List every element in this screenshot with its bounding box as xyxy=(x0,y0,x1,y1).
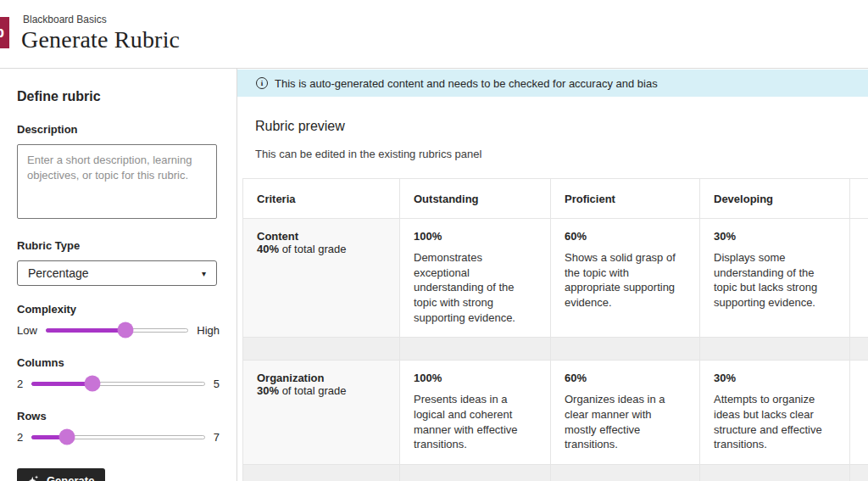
rows-label: Rows xyxy=(17,410,220,422)
level-description: Displays some understanding of the topic… xyxy=(714,250,836,310)
level-cell: 60% Shows a solid grasp of the topic wit… xyxy=(551,219,700,338)
level-description: Presents ideas in a logical and coherent… xyxy=(414,392,537,452)
level-cell xyxy=(850,361,868,465)
level-percent: 30% xyxy=(714,372,836,384)
rows-slider-thumb[interactable] xyxy=(58,429,75,445)
page-title: Generate Rubric xyxy=(21,26,180,53)
columns-label: Columns xyxy=(17,356,220,369)
column-header-extra xyxy=(850,179,868,219)
rubric-type-selected-value: Percentage xyxy=(28,266,89,280)
criterion-cell: Organization 30% of total grade xyxy=(243,361,400,465)
level-percent: 100% xyxy=(414,372,537,384)
level-description: Attempts to organize ideas but lacks cle… xyxy=(714,392,836,452)
chevron-down-icon: ▾ xyxy=(202,269,206,278)
define-rubric-panel: Define rubric Description Rubric Type Pe… xyxy=(0,69,237,481)
banner-text: This is auto-generated content and needs… xyxy=(275,77,658,90)
rubric-preview-panel: i This is auto-generated content and nee… xyxy=(237,69,868,481)
spacer-row xyxy=(243,465,868,481)
column-header-developing: Developing xyxy=(700,179,850,219)
criterion-weight-value: 40% xyxy=(257,243,279,255)
level-description: Shows a solid grasp of the topic with ap… xyxy=(565,250,686,310)
columns-slider-thumb[interactable] xyxy=(85,376,101,392)
blackboard-logo-icon: b xyxy=(0,17,9,48)
preview-title: Rubric preview xyxy=(255,119,868,134)
complexity-min-label: Low xyxy=(17,324,37,337)
criterion-weight: 40% of total grade xyxy=(257,243,386,255)
criterion-name: Organization xyxy=(257,372,386,384)
level-cell: 30% Attempts to organize ideas but lacks… xyxy=(700,361,850,465)
complexity-slider-fill xyxy=(46,328,125,333)
criterion-weight-suffix: of total grade xyxy=(279,243,347,255)
criterion-cell: Content 40% of total grade xyxy=(243,219,400,338)
columns-slider-fill xyxy=(31,382,92,386)
rubric-table-container: Criteria Outstanding Proficient Developi… xyxy=(242,178,868,481)
complexity-slider-thumb[interactable] xyxy=(118,322,134,338)
columns-slider[interactable] xyxy=(31,382,205,386)
sparkle-icon xyxy=(28,474,40,481)
complexity-label: Complexity xyxy=(17,303,220,316)
column-header-outstanding: Outstanding xyxy=(400,179,551,219)
level-percent: 60% xyxy=(565,230,686,243)
app-header: b Blackboard Basics Generate Rubric xyxy=(0,0,868,69)
level-percent: 30% xyxy=(714,230,836,243)
criterion-weight-suffix: of total grade xyxy=(279,384,347,397)
complexity-slider[interactable] xyxy=(46,328,188,333)
ai-content-banner: i This is auto-generated content and nee… xyxy=(237,70,868,97)
level-cell: 60% Organizes ideas in a clear manner wi… xyxy=(551,361,700,465)
description-input[interactable] xyxy=(17,144,217,219)
rubric-type-label: Rubric Type xyxy=(17,239,220,252)
table-header-row: Criteria Outstanding Proficient Developi… xyxy=(243,179,868,219)
rows-max-label: 7 xyxy=(214,431,220,444)
info-icon: i xyxy=(256,77,268,89)
level-cell: 100% Demonstrates exceptional understand… xyxy=(400,219,551,338)
columns-min-label: 2 xyxy=(17,378,23,390)
level-description: Organizes ideas in a clear manner with m… xyxy=(565,392,686,452)
complexity-max-label: High xyxy=(197,324,220,337)
level-cell: 100% Presents ideas in a logical and coh… xyxy=(400,361,551,465)
rows-slider[interactable] xyxy=(31,435,205,439)
description-label: Description xyxy=(17,123,220,136)
column-header-criteria: Criteria xyxy=(243,179,400,219)
table-row: Content 40% of total grade 100% Demonstr… xyxy=(243,219,868,338)
table-row: Organization 30% of total grade 100% Pre… xyxy=(243,361,868,465)
panel-heading: Define rubric xyxy=(17,89,220,104)
rubric-type-select[interactable]: Percentage ▾ xyxy=(17,260,217,286)
level-percent: 60% xyxy=(565,372,686,384)
level-cell xyxy=(850,219,868,338)
preview-subtitle: This can be edited in the existing rubri… xyxy=(255,148,868,160)
criterion-weight-value: 30% xyxy=(257,384,279,397)
column-header-proficient: Proficient xyxy=(551,179,700,219)
generate-button-label: Generate xyxy=(47,474,94,481)
rows-min-label: 2 xyxy=(17,431,23,444)
level-cell: 30% Displays some understanding of the t… xyxy=(700,219,850,338)
level-percent: 100% xyxy=(414,230,537,243)
breadcrumb: Blackboard Basics xyxy=(23,14,107,25)
rubric-table: Criteria Outstanding Proficient Developi… xyxy=(242,178,868,481)
columns-max-label: 5 xyxy=(214,378,220,390)
criterion-name: Content xyxy=(257,230,386,243)
spacer-row xyxy=(243,338,868,361)
level-description: Demonstrates exceptional understanding o… xyxy=(414,250,537,325)
criterion-weight: 30% of total grade xyxy=(257,384,386,397)
generate-button[interactable]: Generate xyxy=(17,468,105,481)
